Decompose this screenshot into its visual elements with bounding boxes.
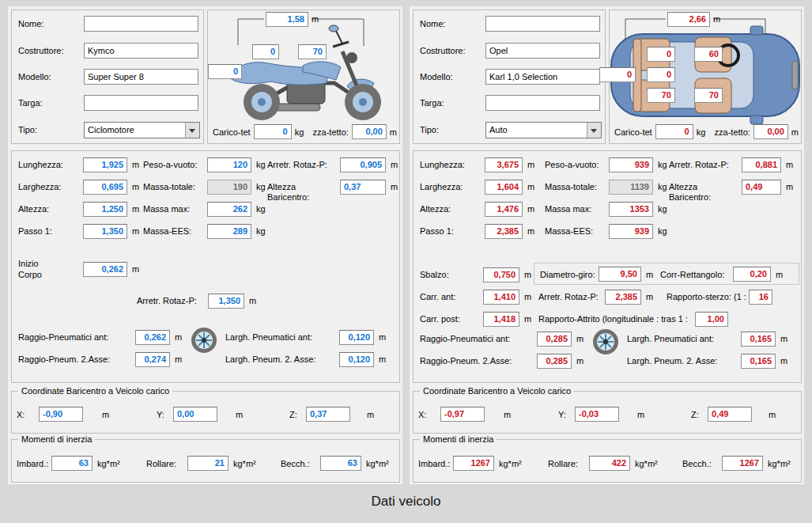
nome-input[interactable] — [84, 16, 198, 32]
targa-input[interactable] — [84, 95, 198, 111]
x-label: X: — [418, 410, 426, 420]
massa-max-input[interactable]: 262 — [207, 202, 251, 217]
m-unit: m — [780, 356, 787, 366]
seat-load-bottom-right[interactable]: 70 — [694, 88, 723, 103]
becch-input[interactable]: 1267 — [722, 456, 763, 471]
carico-tetto-input[interactable]: 0 — [655, 124, 693, 139]
largh-2asse-input[interactable]: 0,165 — [741, 354, 776, 369]
rollare-input[interactable]: 21 — [187, 456, 228, 471]
carico-tetto-input[interactable]: 0 — [254, 124, 292, 139]
y-input[interactable]: -0,03 — [575, 407, 619, 422]
corr-rettangolo-label: Corr-Rettangolo: — [660, 270, 724, 280]
massa-ees-input[interactable]: 289 — [207, 224, 251, 239]
larghezza-input[interactable]: 1,604 — [485, 180, 523, 195]
inizio-corpo-input[interactable]: 0,262 — [83, 262, 127, 277]
vehicle-length-input[interactable]: 1,58 — [266, 12, 308, 27]
peso-a-vuoto-label: Peso-a-vuoto: — [545, 160, 599, 170]
raggio-ant-input[interactable]: 0,262 — [135, 330, 170, 345]
altezza-baricentro-input[interactable]: 0,37 — [340, 180, 386, 195]
arretr-rotaz-p2-input[interactable]: 1,350 — [208, 294, 244, 309]
seat-load-top-left[interactable]: 0 — [647, 47, 675, 62]
seat-load-rear[interactable]: 0 — [252, 44, 279, 59]
diametro-giro-input[interactable]: 9,50 — [599, 267, 641, 282]
arretr-rotaz-p2-input[interactable]: 2,385 — [605, 290, 641, 305]
seat-load-middle-left[interactable]: 0 — [647, 67, 675, 82]
inizio-corpo-label-1: Inizio — [18, 259, 39, 269]
altezza-tetto-input[interactable]: 0,00 — [352, 124, 387, 139]
targa-input[interactable] — [485, 95, 600, 111]
larghezza-input[interactable]: 0,695 — [83, 180, 127, 195]
carico-tetto-label: Carico-tet — [213, 127, 251, 137]
modello-input[interactable]: Super Super 8 — [84, 69, 198, 85]
altezza-tetto-label: zza-tetto: — [715, 127, 750, 137]
carr-post-input[interactable]: 1,418 — [483, 312, 519, 327]
raggio-2asse-input[interactable]: 0,285 — [537, 354, 572, 369]
becch-input[interactable]: 63 — [320, 456, 361, 471]
lunghezza-label: Lunghezza: — [18, 160, 63, 170]
sbalzo-input[interactable]: 0,750 — [483, 267, 519, 282]
altezza-input[interactable]: 1,476 — [485, 202, 523, 217]
raggio-ant-label: Raggio-Pneumatici ant: — [420, 334, 510, 344]
lunghezza-input[interactable]: 1,925 — [83, 157, 127, 172]
largh-2asse-input[interactable]: 0,120 — [339, 352, 374, 367]
tipo-dropdown[interactable]: Ciclomotore — [84, 122, 200, 138]
imbard-input[interactable]: 1267 — [453, 456, 494, 471]
raggio-ant-input[interactable]: 0,285 — [537, 332, 572, 347]
altezza-baricentro-label-2: Baricentro: — [267, 192, 309, 203]
passo1-input[interactable]: 1,350 — [83, 224, 127, 239]
m-unit: m — [527, 182, 534, 192]
x-input[interactable]: -0,97 — [440, 407, 485, 422]
corr-rettangolo-input[interactable]: 0,20 — [733, 267, 771, 282]
x-input[interactable]: -0,90 — [39, 407, 83, 422]
largh-ant-input[interactable]: 0,120 — [339, 330, 374, 345]
y-input[interactable]: 0,00 — [173, 407, 217, 422]
kgm2-unit: kg*m² — [233, 459, 256, 469]
length-unit: m — [713, 14, 720, 25]
rear-rack-load[interactable]: 0 — [208, 64, 242, 79]
raggio-2asse-input[interactable]: 0,274 — [135, 352, 170, 367]
massa-ees-input[interactable]: 939 — [609, 224, 653, 239]
m-unit: m — [132, 182, 139, 192]
seat-load-rider[interactable]: 70 — [298, 44, 327, 59]
m-unit: m — [132, 264, 139, 275]
rapporto-sterzo-label: Rapporto-sterzo: (1 : ..) — [667, 292, 757, 302]
dropdown-button[interactable] — [587, 123, 601, 138]
imbard-input[interactable]: 63 — [51, 456, 93, 471]
modello-input[interactable]: Karl 1,0 Selection — [485, 69, 600, 85]
tipo-dropdown[interactable]: Auto — [485, 122, 602, 138]
seat-load-bottom-left[interactable]: 70 — [647, 88, 675, 103]
m-unit: m — [776, 270, 783, 280]
peso-a-vuoto-input[interactable]: 120 — [207, 157, 251, 172]
carr-ant-input[interactable]: 1,410 — [483, 290, 519, 305]
kg-unit: kg — [256, 182, 266, 192]
m-unit: m — [504, 410, 511, 420]
nome-input[interactable] — [485, 16, 600, 32]
passo1-input[interactable]: 2,385 — [485, 224, 523, 239]
peso-a-vuoto-input[interactable]: 939 — [609, 157, 653, 172]
arretr-rotaz-p-input[interactable]: 0,881 — [742, 157, 781, 172]
largh-ant-input[interactable]: 0,165 — [741, 332, 776, 347]
rapporto-sterzo-input[interactable]: 16 — [749, 290, 772, 305]
tipo-label: Tipo: — [420, 125, 439, 135]
cg-coordinates-title: Coordinate Baricentro a Veicolo carico — [420, 386, 574, 396]
altezza-baricentro-input[interactable]: 0,49 — [742, 180, 781, 195]
dropdown-button[interactable] — [185, 123, 199, 138]
z-input[interactable]: 0,49 — [708, 407, 752, 422]
vehicle-length-input[interactable]: 2,66 — [667, 12, 710, 27]
trunk-load[interactable]: 0 — [599, 67, 636, 82]
rollare-input[interactable]: 422 — [589, 456, 630, 471]
massa-max-input[interactable]: 1353 — [609, 202, 653, 217]
seat-load-driver[interactable]: 60 — [694, 47, 723, 62]
inertia-group: Momenti di inerzia Imbard.: 63 kg*m² Rol… — [11, 439, 400, 483]
m-unit: m — [132, 226, 139, 237]
altezza-tetto-input[interactable]: 0,00 — [753, 124, 788, 139]
costruttore-input[interactable]: Opel — [485, 43, 600, 59]
kgm2-unit: kg*m² — [366, 459, 389, 469]
altezza-input[interactable]: 1,250 — [83, 202, 127, 217]
z-input[interactable]: 0,37 — [306, 407, 350, 422]
rapporto-attrito-input[interactable]: 1,00 — [695, 312, 728, 327]
arretr-rotaz-p-label: Arretr. Rotaz-P: — [669, 160, 729, 170]
lunghezza-input[interactable]: 3,675 — [485, 157, 523, 172]
costruttore-input[interactable]: Kymco — [84, 43, 198, 59]
arretr-rotaz-p-input[interactable]: 0,905 — [340, 157, 386, 172]
